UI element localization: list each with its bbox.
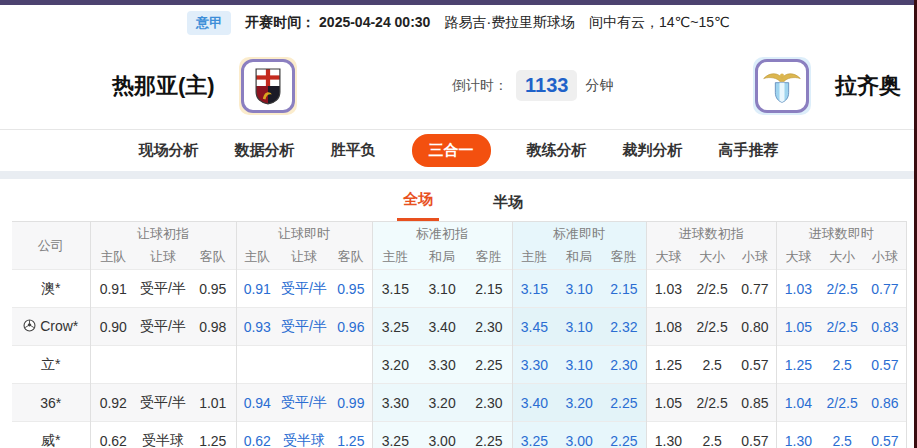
sub-header-3-2: 客胜 xyxy=(602,246,646,270)
home-team-badge xyxy=(239,57,297,115)
odds-cell: 受半球 xyxy=(278,422,330,448)
sub-header-4-1: 大小 xyxy=(690,246,734,270)
odds-cell: 1.30 xyxy=(646,422,690,448)
odds-cell: 0.62 xyxy=(90,422,136,448)
company-cell[interactable]: 立* xyxy=(12,346,90,384)
odds-cell: 3.25 xyxy=(372,308,418,346)
sub-header-0-0: 主队 xyxy=(90,246,136,270)
odds-cell: 0.77 xyxy=(734,270,776,308)
odds-cell xyxy=(330,346,372,384)
kickoff-time: 2025-04-24 00:30 xyxy=(319,14,430,30)
odds-cell: 3.30 xyxy=(372,384,418,422)
odds-cell: 1.04 xyxy=(776,384,820,422)
nav-tab-4[interactable]: 教练分析 xyxy=(527,134,587,167)
odds-row-4: 威*0.62受半球1.250.62受半球1.253.253.002.253.25… xyxy=(12,422,906,448)
odds-cell: 2/2.5 xyxy=(690,270,734,308)
company-name: Crow* xyxy=(40,318,78,334)
sub-header-4-2: 小球 xyxy=(734,246,776,270)
nav-tab-1[interactable]: 数据分析 xyxy=(235,134,295,167)
odds-cell: 受平/半 xyxy=(136,384,190,422)
company-name: 威* xyxy=(41,432,60,448)
odds-cell: 0.95 xyxy=(190,270,236,308)
company-name: 立* xyxy=(41,356,60,374)
nav-tab-5[interactable]: 裁判分析 xyxy=(623,134,683,167)
genoa-crest-icon xyxy=(251,65,285,107)
company-name: 澳* xyxy=(41,280,60,298)
odds-cell: 0.57 xyxy=(864,346,906,384)
odds-table: 公司让球初指让球即时标准初指标准即时进球数初指进球数即时主队让球客队主队让球客队… xyxy=(12,221,907,448)
period-subtabs: 全场半场 xyxy=(12,179,914,221)
odds-cell: 1.08 xyxy=(646,308,690,346)
odds-cell: 0.80 xyxy=(734,308,776,346)
odds-cell: 0.91 xyxy=(90,270,136,308)
odds-cell xyxy=(278,346,330,384)
sub-header-3-0: 主胜 xyxy=(512,246,556,270)
group-header-2: 标准初指 xyxy=(372,222,512,246)
odds-cell: 1.05 xyxy=(646,384,690,422)
odds-cell: 1.03 xyxy=(646,270,690,308)
odds-row-3: 36*0.92受平/半1.010.94受平/半0.993.303.202.303… xyxy=(12,384,906,422)
odds-cell: 2.30 xyxy=(466,384,512,422)
odds-cell: 1.03 xyxy=(776,270,820,308)
odds-cell: 0.57 xyxy=(734,422,776,448)
odds-cell: 1.25 xyxy=(646,346,690,384)
group-header-0: 让球初指 xyxy=(90,222,236,246)
odds-cell: 0.90 xyxy=(90,308,136,346)
odds-panel: 全场半场 公司让球初指让球即时标准初指标准即时进球数初指进球数即时主队让球客队主… xyxy=(12,179,914,448)
odds-cell: 3.10 xyxy=(556,270,602,308)
company-cell[interactable]: 澳* xyxy=(12,270,90,308)
odds-cell: 3.15 xyxy=(512,270,556,308)
odds-row-1: Crow*0.90受平/半0.980.93受平/半0.963.253.402.3… xyxy=(12,308,906,346)
odds-cell: 3.10 xyxy=(418,270,466,308)
odds-cell: 0.57 xyxy=(734,346,776,384)
odds-cell: 3.10 xyxy=(556,308,602,346)
nav-tab-6[interactable]: 高手推荐 xyxy=(719,134,779,167)
sub-header-1-1: 让球 xyxy=(278,246,330,270)
company-cell[interactable]: Crow* xyxy=(12,308,90,346)
odds-cell: 3.40 xyxy=(418,308,466,346)
odds-cell: 2/2.5 xyxy=(690,308,734,346)
odds-row-0: 澳*0.91受平/半0.950.91受平/半0.953.153.102.153.… xyxy=(12,270,906,308)
sub-header-2-0: 主胜 xyxy=(372,246,418,270)
sub-header-3-1: 和局 xyxy=(556,246,602,270)
odds-cell: 2.15 xyxy=(602,270,646,308)
odds-cell xyxy=(90,346,136,384)
odds-cell: 0.98 xyxy=(190,308,236,346)
league-badge[interactable]: 意甲 xyxy=(187,11,231,35)
odds-cell: 2.25 xyxy=(602,384,646,422)
home-team: 热那亚(主) xyxy=(112,41,297,130)
sub-header-2-1: 和局 xyxy=(418,246,466,270)
group-header-5: 进球数即时 xyxy=(776,222,906,246)
odds-cell: 0.91 xyxy=(236,270,278,308)
odds-cell: 2/2.5 xyxy=(820,270,864,308)
odds-cell: 受平/半 xyxy=(136,308,190,346)
odds-cell: 3.30 xyxy=(512,346,556,384)
subtab-1[interactable]: 半场 xyxy=(487,193,529,221)
countdown-value: 1133 xyxy=(516,70,577,101)
odds-cell: 1.01 xyxy=(190,384,236,422)
match-info-bar: 意甲 开赛时间： 2025-04-24 00:30 路易吉·费拉里斯球场 间中有… xyxy=(0,5,917,41)
countdown-label: 倒计时： xyxy=(452,77,508,95)
nav-tab-2[interactable]: 胜平负 xyxy=(331,134,376,167)
sub-header-5-0: 大球 xyxy=(776,246,820,270)
odds-cell: 2.5 xyxy=(690,422,734,448)
odds-cell: 0.92 xyxy=(90,384,136,422)
odds-cell: 0.93 xyxy=(236,308,278,346)
company-cell[interactable]: 威* xyxy=(12,422,90,448)
odds-cell: 1.30 xyxy=(776,422,820,448)
nav-tab-3[interactable]: 三合一 xyxy=(412,134,491,167)
group-header-4: 进球数初指 xyxy=(646,222,776,246)
odds-cell: 0.95 xyxy=(330,270,372,308)
subtab-0[interactable]: 全场 xyxy=(397,190,439,221)
sub-header-4-0: 大球 xyxy=(646,246,690,270)
section-divider xyxy=(0,171,917,179)
odds-cell: 1.25 xyxy=(330,422,372,448)
nav-tab-0[interactable]: 现场分析 xyxy=(139,134,199,167)
odds-cell: 1.25 xyxy=(190,422,236,448)
odds-cell: 0.62 xyxy=(236,422,278,448)
odds-cell: 2.25 xyxy=(602,422,646,448)
company-cell[interactable]: 36* xyxy=(12,384,90,422)
away-team-name: 拉齐奥 xyxy=(835,71,901,101)
odds-cell: 受半球 xyxy=(136,422,190,448)
odds-cell: 2.5 xyxy=(820,422,864,448)
